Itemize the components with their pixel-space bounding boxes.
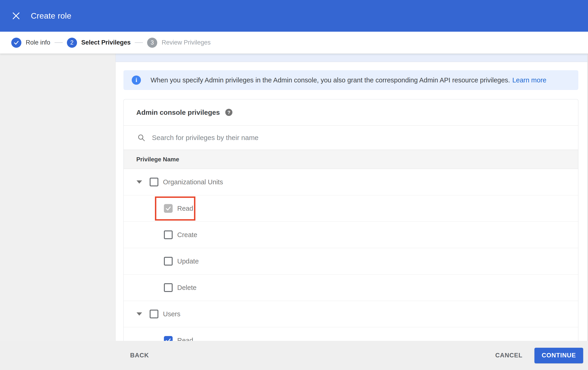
privilege-row: Create	[124, 222, 578, 248]
page-title: Create role	[31, 11, 71, 20]
create-role-dialog: Create role Role info 2 Select Privilege…	[0, 0, 588, 370]
learn-more-link[interactable]: Learn more	[512, 76, 546, 84]
privilege-label: Users	[163, 310, 180, 318]
privilege-row: Organizational Units	[124, 169, 578, 195]
checkbox-users[interactable]	[150, 310, 158, 318]
checkbox-update[interactable]	[164, 257, 173, 266]
privilege-row: Update	[124, 248, 578, 275]
privilege-label: Organizational Units	[163, 178, 223, 186]
main-panel: i When you specify Admin privileges in t…	[116, 54, 588, 370]
step-label: Review Privileges	[162, 39, 210, 46]
privilege-label: Create	[177, 231, 197, 239]
privilege-label: Read	[177, 205, 193, 212]
stepper: Role info 2 Select Privileges 3 Review P…	[0, 32, 588, 54]
privilege-row: Read	[124, 195, 578, 222]
checkbox-create[interactable]	[164, 230, 173, 239]
admin-console-privileges-card: Admin console privileges ? Privilege Nam…	[124, 99, 578, 354]
checkbox-read-disabled-checked[interactable]	[164, 204, 173, 213]
stepper-connector	[54, 42, 63, 43]
step-role-info[interactable]: Role info	[11, 38, 50, 48]
column-header-label: Privilege Name	[136, 156, 179, 163]
scrolled-section-edge	[116, 54, 588, 62]
info-banner: i When you specify Admin privileges in t…	[124, 70, 578, 90]
app-bar: Create role	[0, 0, 588, 32]
step-review-privileges[interactable]: 3 Review Privileges	[147, 38, 210, 48]
column-header: Privilege Name	[124, 150, 578, 169]
search-input[interactable]	[152, 134, 569, 142]
card-header: Admin console privileges ?	[124, 99, 578, 125]
step-label: Role info	[26, 39, 50, 46]
privilege-search-row	[124, 125, 578, 150]
step-select-privileges[interactable]: 2 Select Privileges	[67, 38, 131, 48]
card-title: Admin console privileges	[136, 109, 220, 116]
step-number: 3	[147, 38, 157, 48]
step-label: Select Privileges	[81, 39, 131, 46]
cancel-button[interactable]: CANCEL	[495, 352, 523, 359]
back-button[interactable]: BACK	[130, 352, 149, 359]
step-number: 2	[67, 38, 77, 48]
continue-button[interactable]: CONTINUE	[535, 348, 583, 363]
info-banner-text: When you specify Admin privileges in the…	[151, 76, 510, 84]
dialog-body: i When you specify Admin privileges in t…	[0, 54, 588, 370]
help-icon[interactable]: ?	[225, 109, 232, 116]
checkbox-organizational-units[interactable]	[150, 178, 158, 186]
privilege-row: Delete	[124, 275, 578, 301]
privilege-label: Delete	[177, 284, 197, 291]
checkbox-delete[interactable]	[164, 283, 173, 292]
privilege-row: Users	[124, 301, 578, 327]
close-icon[interactable]	[11, 11, 21, 21]
stepper-connector	[135, 42, 143, 43]
collapse-caret-icon[interactable]	[136, 180, 142, 184]
search-icon	[137, 133, 146, 142]
privilege-label: Update	[177, 258, 199, 265]
left-gutter	[0, 54, 116, 370]
info-icon: i	[132, 76, 141, 85]
footer-bar: BACK CANCEL CONTINUE	[0, 341, 588, 370]
step-complete-check-icon	[11, 38, 21, 48]
collapse-caret-icon[interactable]	[136, 312, 142, 316]
